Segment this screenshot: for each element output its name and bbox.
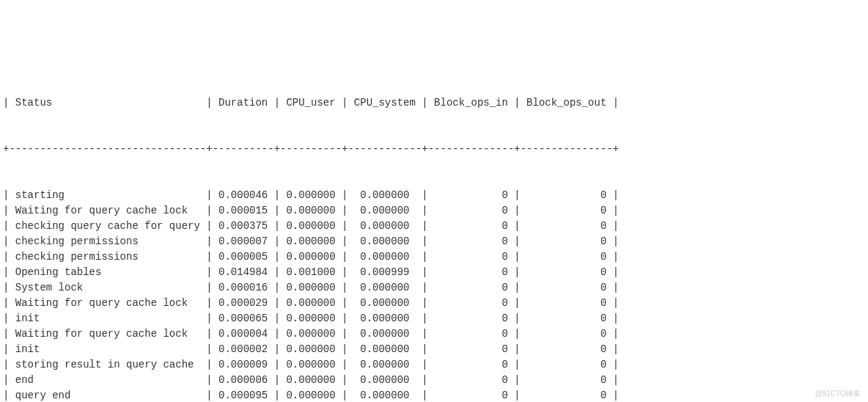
- cell-cpu-system: 0.000000: [347, 342, 422, 357]
- cell-cpu-system: 0.000000: [347, 280, 422, 296]
- column-separator: |: [613, 188, 619, 203]
- header-status: Status: [9, 95, 206, 111]
- column-separator: |: [206, 280, 212, 296]
- table-row: |end|0.000006|0.000000|0.000000|0|0|: [3, 373, 865, 388]
- cell-duration: 0.000095: [213, 388, 274, 402]
- column-separator: |: [206, 296, 212, 311]
- cell-cpu-user: 0.000000: [280, 373, 342, 388]
- column-separator: |: [613, 203, 619, 219]
- watermark: @51CTO博客: [815, 388, 861, 399]
- column-separator: |: [514, 188, 520, 203]
- cell-status: starting: [9, 188, 206, 203]
- column-separator: |: [613, 342, 619, 357]
- column-separator: |: [3, 326, 9, 342]
- cell-status: Waiting for query cache lock: [9, 326, 206, 342]
- cell-duration: 0.000005: [213, 249, 274, 265]
- column-separator: |: [422, 296, 427, 311]
- cell-block-ops-in: 0: [428, 311, 515, 326]
- cell-block-ops-in: 0: [428, 357, 515, 373]
- column-separator: |: [422, 342, 427, 357]
- table-row: |Waiting for query cache lock|0.000004|0…: [3, 326, 865, 342]
- column-separator: |: [206, 234, 212, 249]
- cell-status: Waiting for query cache lock: [9, 296, 206, 311]
- cell-duration: 0.000046: [213, 188, 274, 203]
- column-separator: |: [3, 342, 9, 357]
- column-separator: |: [274, 342, 280, 357]
- cell-block-ops-out: 0: [521, 373, 613, 388]
- column-separator: |: [422, 219, 427, 234]
- cell-status: checking permissions: [9, 249, 206, 265]
- cell-cpu-user: 0.000000: [280, 311, 342, 326]
- column-separator: |: [274, 249, 280, 265]
- column-separator: |: [422, 388, 427, 402]
- cell-block-ops-in: 0: [428, 203, 515, 219]
- column-separator: |: [342, 234, 347, 249]
- table-row: |storing result in query cache|0.000009|…: [3, 357, 865, 373]
- cell-block-ops-in: 0: [428, 342, 515, 357]
- column-separator: |: [342, 373, 347, 388]
- column-separator: |: [514, 265, 520, 280]
- cell-status: checking query cache for query: [9, 219, 206, 234]
- cell-block-ops-out: 0: [521, 388, 613, 402]
- column-separator: |: [342, 265, 347, 280]
- column-separator: |: [274, 234, 280, 249]
- column-separator: |: [342, 388, 347, 402]
- column-separator: |: [422, 357, 427, 373]
- column-separator: |: [3, 296, 9, 311]
- cell-block-ops-out: 0: [521, 188, 613, 203]
- table-row: |init|0.000002|0.000000|0.000000|0|0|: [3, 342, 865, 357]
- column-separator: |: [613, 249, 619, 265]
- cell-status: end: [9, 373, 206, 388]
- column-separator: |: [3, 357, 9, 373]
- cell-cpu-user: 0.000000: [280, 326, 342, 342]
- column-separator: |: [274, 280, 280, 296]
- column-separator: |: [3, 203, 9, 219]
- column-separator: |: [3, 388, 9, 402]
- cell-status: init: [9, 342, 206, 357]
- column-separator: |: [422, 311, 427, 326]
- column-separator: |: [206, 326, 212, 342]
- header-cpu-system: CPU_system: [347, 95, 422, 111]
- cell-block-ops-out: 0: [521, 234, 613, 249]
- column-separator: |: [274, 373, 280, 388]
- cell-block-ops-in: 0: [428, 280, 515, 296]
- column-separator: |: [274, 219, 280, 234]
- column-separator: |: [342, 311, 347, 326]
- table-row: |query end|0.000095|0.000000|0.000000|0|…: [3, 388, 865, 402]
- column-separator: |: [206, 357, 212, 373]
- cell-status: query end: [9, 388, 206, 402]
- cell-cpu-system: 0.000000: [347, 234, 422, 249]
- cell-cpu-user: 0.000000: [280, 388, 342, 402]
- column-separator: |: [613, 234, 619, 249]
- column-separator: |: [3, 265, 9, 280]
- column-separator: |: [514, 373, 520, 388]
- cell-cpu-system: 0.000000: [347, 203, 422, 219]
- cell-block-ops-out: 0: [521, 342, 613, 357]
- column-separator: |: [3, 188, 9, 203]
- cell-block-ops-in: 0: [428, 296, 515, 311]
- cell-status: System lock: [9, 280, 206, 296]
- column-separator: |: [3, 219, 9, 234]
- cell-status: Waiting for query cache lock: [9, 203, 206, 219]
- column-separator: |: [514, 95, 520, 111]
- cell-cpu-system: 0.000000: [347, 326, 422, 342]
- column-separator: |: [274, 188, 280, 203]
- column-separator: |: [206, 265, 212, 280]
- column-separator: |: [3, 249, 9, 265]
- column-separator: |: [613, 311, 619, 326]
- header-cpu-user: CPU_user: [280, 95, 342, 111]
- table-divider: +--------------------------------+------…: [3, 142, 865, 157]
- cell-cpu-user: 0.000000: [280, 203, 342, 219]
- column-separator: |: [342, 342, 347, 357]
- column-separator: |: [422, 95, 427, 111]
- cell-duration: 0.014984: [213, 265, 274, 280]
- column-separator: |: [342, 326, 347, 342]
- table-header-row: | Status | Duration | CPU_user | CPU_sys…: [3, 95, 865, 111]
- column-separator: |: [422, 326, 427, 342]
- cell-block-ops-out: 0: [521, 203, 613, 219]
- cell-block-ops-in: 0: [428, 265, 515, 280]
- cell-cpu-system: 0.000000: [347, 388, 422, 402]
- cell-duration: 0.000016: [213, 280, 274, 296]
- column-separator: |: [206, 342, 212, 357]
- column-separator: |: [3, 373, 9, 388]
